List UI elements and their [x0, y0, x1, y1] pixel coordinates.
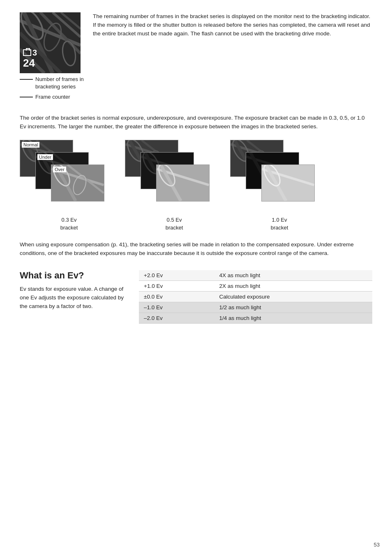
label-row-counter: Frame counter: [20, 93, 85, 101]
over-tag: Over: [53, 167, 66, 172]
page-number: 53: [374, 542, 380, 548]
ev-table-container: +2.0 Ev4X as much light+1.0 Ev2X as much…: [139, 270, 372, 324]
ev-description-cell: 2X as much light: [214, 280, 372, 291]
ev-table-row: +1.0 Ev2X as much light: [139, 280, 372, 291]
label-dash-2: [20, 97, 33, 97]
ev-value: –1.0 Ev: [139, 302, 214, 313]
bracket-group-03: Normal Under: [20, 140, 118, 231]
bracket-images-03: Normal Under: [20, 140, 118, 214]
under-tag: Under: [37, 154, 53, 160]
lcd-overlay: 3 24: [23, 49, 37, 68]
top-section: 3 24 Number of frames in bracketing seri…: [20, 12, 372, 104]
bracket-section: Normal Under: [20, 140, 372, 231]
camera-labels: Number of frames in bracketing series Fr…: [20, 76, 85, 101]
ev-description-cell: Calculated exposure: [214, 291, 372, 302]
bracket-label-10: 1.0 Ev bracket: [271, 216, 288, 231]
ev-description-cell: 1/2 as much light: [214, 302, 372, 313]
ev-description-cell: 4X as much light: [214, 270, 372, 281]
ev-table: +2.0 Ev4X as much light+1.0 Ev2X as much…: [139, 270, 372, 324]
ev-left: What is an Ev? Ev stands for exposure va…: [20, 270, 127, 311]
ev-value: ±0.0 Ev: [139, 291, 214, 302]
bracket-group-10: 1.0 Ev bracket: [230, 140, 329, 231]
frame-counter-number: 24: [23, 57, 35, 69]
ev-table-row: –2.0 Ev1/4 as much light: [139, 313, 372, 323]
camera-icon: [23, 49, 31, 56]
bracket-img-over: Over: [51, 164, 104, 202]
bracket-img-over-05: [156, 164, 210, 202]
frames-number: 3: [32, 49, 37, 57]
bracket-label-05: 0.5 Ev bracket: [166, 216, 183, 231]
page: 3 24 Number of frames in bracketing seri…: [0, 0, 392, 556]
bracket-images-05: [125, 140, 224, 214]
normal-tag: Normal: [22, 142, 39, 148]
paragraph-1: The order of the bracket series is norma…: [20, 114, 372, 131]
ev-title: What is an Ev?: [20, 270, 127, 281]
ev-description: Ev stands for exposure value. A change o…: [20, 285, 127, 311]
camera-display-section: 3 24 Number of frames in bracketing seri…: [20, 12, 85, 104]
camera-lcd-box: 3 24: [20, 12, 81, 73]
bracket-images-10: [230, 140, 329, 214]
top-right-text: The remaining number of frames in the br…: [93, 12, 372, 38]
paragraph-2: When using exposure compensation (p. 41)…: [20, 241, 372, 258]
ev-value: +2.0 Ev: [139, 270, 214, 281]
bracket-group-05: 0.5 Ev bracket: [125, 140, 224, 231]
ev-value: +1.0 Ev: [139, 280, 214, 291]
lcd-row-frames: 3: [23, 49, 37, 57]
bracket-img-over-10: [261, 164, 315, 202]
ev-table-row: ±0.0 EvCalculated exposure: [139, 291, 372, 302]
lcd-row-counter: 24: [23, 58, 37, 68]
label-dash-1: [20, 79, 33, 80]
ev-value: –2.0 Ev: [139, 313, 214, 323]
label-text-frames: Number of frames in bracketing series: [35, 76, 85, 90]
ev-table-row: –1.0 Ev1/2 as much light: [139, 302, 372, 313]
ev-description-cell: 1/4 as much light: [214, 313, 372, 323]
ev-section: What is an Ev? Ev stands for exposure va…: [20, 270, 372, 324]
bracket-label-03: 0.3 Ev bracket: [60, 216, 78, 231]
label-text-counter: Frame counter: [35, 93, 70, 101]
label-row-frames: Number of frames in bracketing series: [20, 76, 85, 90]
ev-table-row: +2.0 Ev4X as much light: [139, 270, 372, 281]
